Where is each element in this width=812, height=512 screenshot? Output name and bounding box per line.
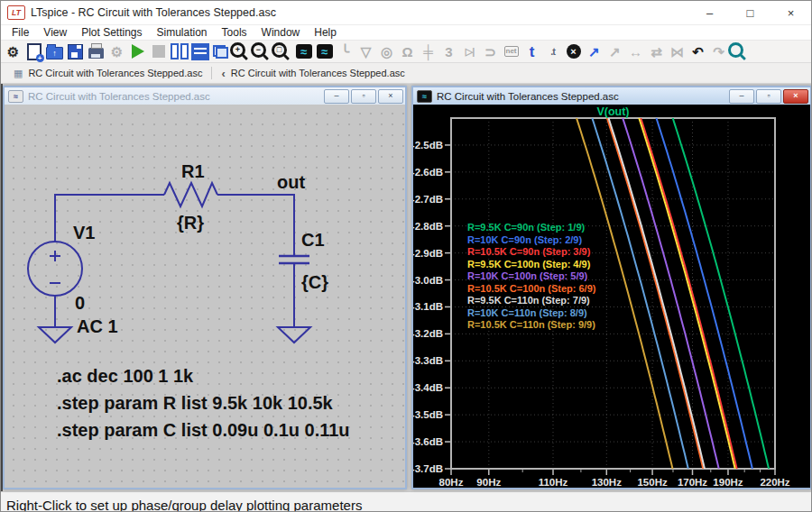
x-axis-label: 150Hz: [637, 477, 667, 488]
source-dc-label[interactable]: 0: [75, 293, 85, 313]
menu-view[interactable]: View: [36, 26, 74, 39]
window-controls: – □ ×: [689, 1, 811, 24]
autorange-y-axis-icon: ≈: [296, 44, 312, 59]
x-axis-label: 80Hz: [439, 477, 464, 488]
wire-out[interactable]: [217, 195, 294, 256]
close-button[interactable]: ×: [770, 1, 811, 24]
y-axis-label: -2.5dB: [413, 140, 443, 151]
menu-tools[interactable]: Tools: [215, 26, 254, 39]
toolbar-find-button[interactable]: [729, 41, 750, 61]
tile-horizontally-icon: [191, 43, 209, 60]
schematic-close-button[interactable]: ×: [378, 89, 403, 104]
ground-symbol-left[interactable]: [39, 327, 71, 343]
legend-entry-step-3: R=10.5K C=90n (Step: 3/9): [467, 246, 591, 257]
toolbar-place-text-button[interactable]: t: [521, 41, 542, 61]
spice-directive-step-c[interactable]: .step param C list 0.09u 0.1u 0.11u: [57, 420, 350, 440]
toolbar-new-schematic-button[interactable]: +: [23, 41, 44, 61]
source-ref-label[interactable]: V1: [73, 223, 95, 242]
label-net-icon: ◎: [381, 45, 392, 59]
toolbar-zoom-out-button[interactable]: −: [252, 41, 272, 61]
resistor-ref-label[interactable]: R1: [181, 161, 205, 181]
capacitor-ref-label[interactable]: C1: [301, 230, 325, 250]
voltage-source-symbol[interactable]: [28, 242, 82, 296]
plot-settings-icon: ≈: [317, 44, 333, 59]
schematic-minimize-button[interactable]: –: [324, 89, 349, 104]
toolbar-copy-button[interactable]: ↗: [584, 41, 604, 61]
toolbar-autorange-y-axis-button[interactable]: ≈: [293, 41, 314, 61]
schematic-drawing: R1 {R} out V1 0 AC 1 C1 {C} .ac dec 100 …: [5, 105, 405, 488]
toolbar-zoom-in-button[interactable]: +: [231, 41, 252, 61]
out-node-label[interactable]: out: [277, 172, 305, 192]
tab-waveform[interactable]: ‹ RC Circuit with Tolerances Stepped.asc: [212, 63, 413, 83]
toolbar-place-inductor-button: 3: [438, 41, 459, 61]
source-ac-label[interactable]: AC 1: [77, 316, 118, 336]
mdi-area: ≈ RC Circuit with Tolerances Stepped.asc…: [1, 84, 811, 491]
new-schematic-icon: +: [27, 43, 42, 60]
ltspice-logo-icon: LT: [7, 5, 25, 20]
resistor-symbol[interactable]: [164, 183, 217, 206]
schematic-canvas[interactable]: R1 {R} out V1 0 AC 1 C1 {C} .ac dec 100 …: [5, 105, 405, 488]
trace-title[interactable]: V(out): [596, 105, 629, 118]
toolbar-place-resistor-button: Ω: [397, 41, 418, 61]
place-ground-icon: ▽: [361, 45, 372, 59]
resistor-value-label[interactable]: {R}: [177, 213, 204, 233]
waveform-plot[interactable]: -2.5dB-2.6dB-2.7dB-2.8dB-2.9dB-3.0dB-3.1…: [413, 105, 810, 488]
legend-entry-step-5: R=10K C=100n (Step: 5/9): [467, 270, 588, 281]
spice-directive-ac[interactable]: .ac dec 100 1 1k: [57, 366, 194, 386]
open-icon: ↑: [46, 47, 63, 59]
waveform-minimize-button[interactable]: –: [729, 89, 754, 104]
schematic-window-titlebar[interactable]: ≈ RC Circuit with Tolerances Stepped.asc…: [5, 87, 405, 105]
menu-window[interactable]: Window: [254, 26, 308, 39]
toolbar-tile-horizontally-button[interactable]: [189, 41, 210, 61]
save-icon: [68, 44, 83, 59]
toolbar-undo-button[interactable]: ↶: [687, 41, 708, 61]
menu-file[interactable]: File: [5, 26, 36, 39]
y-axis-label: -3.2dB: [413, 328, 443, 339]
waveform-close-button[interactable]: ×: [783, 89, 808, 104]
x-axis-label: 110Hz: [539, 477, 568, 488]
legend-entry-step-2: R=10K C=90n (Step: 2/9): [467, 234, 582, 245]
schematic-window-title: RC Circuit with Tolerances Stepped.asc: [28, 91, 210, 102]
toolbar-tile-vertically-button[interactable]: [169, 41, 189, 61]
waveform-window-titlebar[interactable]: ≈ RC Circuit with Tolerances Stepped.asc…: [413, 87, 810, 105]
toolbar-place-capacitor-button: ╪: [418, 41, 438, 61]
menu-help[interactable]: Help: [307, 26, 344, 39]
titlebar[interactable]: LT LTspice - RC Circuit with Tolerances …: [1, 1, 811, 25]
schematic-restore-button[interactable]: ▫: [351, 89, 376, 104]
menu-plot-settings[interactable]: Plot Settings: [74, 26, 149, 39]
y-axis-label: -3.3dB: [413, 355, 443, 366]
toolbar-zoom-full-extents-button[interactable]: □: [272, 41, 293, 61]
minimize-button[interactable]: –: [689, 1, 730, 24]
toolbar-plot-settings-button[interactable]: ≈: [314, 41, 335, 61]
capacitor-value-label[interactable]: {C}: [301, 272, 328, 292]
toolbar-cut-button[interactable]: ×: [563, 41, 584, 61]
zoom-out-icon: −: [251, 42, 266, 58]
legend-entry-step-7: R=9.5K C=110n (Step: 7/9): [467, 295, 590, 306]
schematic-window: ≈ RC Circuit with Tolerances Stepped.asc…: [3, 86, 407, 489]
ground-symbol-right[interactable]: [278, 327, 310, 343]
toolbar-spice-directive-button[interactable]: .t: [542, 41, 563, 61]
toolbar-place-ground-button: ▽: [355, 41, 376, 61]
toolbar-cascade-windows-button[interactable]: [210, 41, 231, 61]
spice-directive-step-r[interactable]: .step param R list 9.5k 10k 10.5k: [57, 393, 334, 413]
y-axis-label: -3.1dB: [413, 301, 443, 312]
toolbar-control-panel-button[interactable]: ⚙: [3, 41, 23, 61]
y-axis-label: -3.5dB: [413, 409, 443, 420]
maximize-button[interactable]: □: [730, 1, 770, 24]
toolbar-print-button[interactable]: [86, 41, 106, 61]
toolbar-open-button[interactable]: ↑: [44, 41, 65, 61]
paste-icon: ↗: [609, 45, 621, 59]
y-axis-label: -3.7dB: [413, 463, 443, 474]
wire-top[interactable]: [55, 195, 164, 242]
menu-simulation[interactable]: Simulation: [150, 26, 215, 39]
tab-schematic[interactable]: ▦ RC Circuit with Tolerances Stepped.asc: [5, 63, 211, 83]
toolbar-place-component-button: ⊃: [480, 41, 501, 61]
zoom-in-icon: +: [230, 42, 245, 58]
toolbar-run-button[interactable]: [127, 41, 148, 61]
x-axis-label: 170Hz: [678, 477, 707, 488]
schematic-window-controls: – ▫ ×: [324, 89, 403, 104]
waveform-window-title: RC Circuit with Tolerances Stepped.asc: [437, 91, 619, 102]
toolbar-save-button[interactable]: [65, 41, 86, 61]
waveform-pane[interactable]: -2.5dB-2.6dB-2.7dB-2.8dB-2.9dB-3.0dB-3.1…: [413, 105, 810, 488]
waveform-restore-button[interactable]: ▫: [756, 89, 781, 104]
